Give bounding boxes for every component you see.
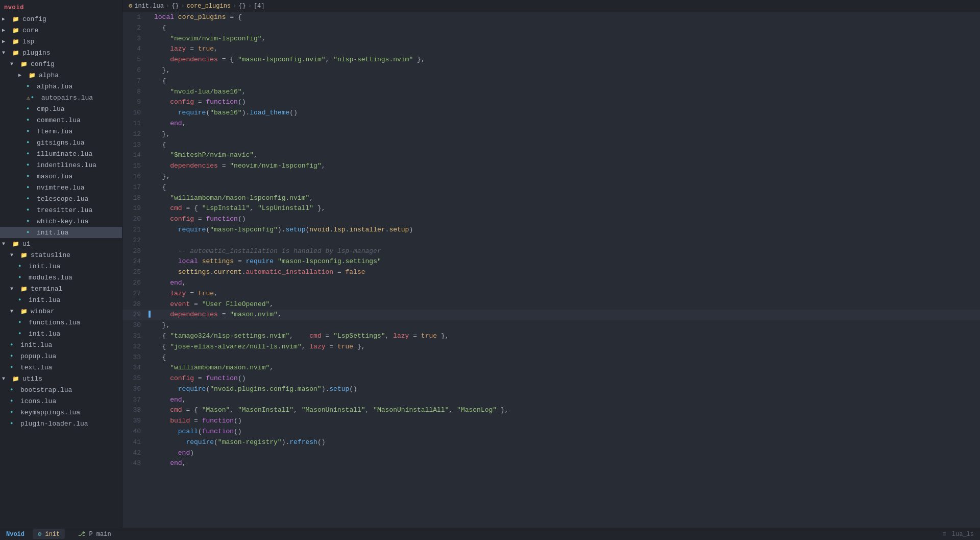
- sidebar-item-label: text.lua: [20, 364, 52, 371]
- line-number: 27: [122, 289, 147, 299]
- code-line: 3 "neovim/nvim-lspconfig",: [122, 34, 980, 44]
- sidebar-item-config[interactable]: ▶ 📁 config: [0, 13, 122, 25]
- code-line: 26 end,: [122, 278, 980, 289]
- file-icon: ●: [10, 352, 18, 360]
- sidebar-item-autopairs-lua[interactable]: ⚠ ● autopairs.lua: [0, 92, 122, 103]
- sidebar-item-terminal-init[interactable]: ● init.lua: [0, 294, 122, 306]
- file-icon: ●: [31, 93, 39, 102]
- warning-icon: ⚠: [27, 95, 30, 101]
- sidebar-item-winbar[interactable]: ▼ 📁 winbar: [0, 306, 122, 317]
- sidebar-item-which-key-lua[interactable]: ● which-key.lua: [0, 216, 122, 227]
- chevron-icon: ▼: [10, 285, 18, 293]
- sidebar-item-label: init.lua: [20, 341, 52, 349]
- code-line: 42 end): [122, 448, 980, 459]
- sidebar-item-mason-lua[interactable]: ● mason.lua: [0, 171, 122, 182]
- sidebar-item-label: winbar: [31, 308, 55, 315]
- sidebar-item-indentlines-lua[interactable]: ● indentlines.lua: [0, 159, 122, 171]
- file-icon: ●: [10, 419, 18, 428]
- sidebar-item-ui[interactable]: ▼ 📁 ui: [0, 238, 122, 249]
- file-icon: ●: [27, 183, 35, 192]
- code-line: 12 },: [122, 129, 980, 140]
- sidebar-item-init-lua[interactable]: ● init.lua: [0, 227, 122, 238]
- code-line: 4 lazy = true,: [122, 44, 980, 55]
- sidebar-item-label: init.lua: [37, 229, 68, 237]
- line-number: 4: [122, 44, 147, 55]
- sidebar-item-plugins-config[interactable]: ▼ 📁 config: [0, 58, 122, 69]
- sidebar-item-label: icons.lua: [20, 397, 56, 405]
- code-line: 34 "williamboman/mason.nvim",: [122, 363, 980, 373]
- sidebar-item-cmp-lua[interactable]: ● cmp.lua: [0, 103, 122, 114]
- sidebar-item-treesitter-lua[interactable]: ● treesitter.lua: [0, 204, 122, 216]
- folder-icon: 📁: [29, 71, 37, 79]
- folder-icon: 📁: [20, 60, 29, 68]
- sidebar-item-fterm-lua[interactable]: ● fterm.lua: [0, 126, 122, 137]
- main-tab-label: P main: [89, 531, 111, 538]
- line-number: 10: [122, 108, 147, 119]
- sidebar-item-statusline[interactable]: ▼ 📁 statusline: [0, 249, 122, 261]
- folder-icon: 📁: [12, 15, 20, 23]
- sidebar-item-winbar-functions[interactable]: ● functions.lua: [0, 317, 122, 328]
- breadcrumb-file-icon: ⚙: [129, 2, 132, 10]
- sidebar-item-winbar-init[interactable]: ● init.lua: [0, 328, 122, 339]
- code-editor[interactable]: 1 local core_plugins = { 2 { 3 "neovim/n…: [122, 12, 980, 528]
- code-line: 30 },: [122, 320, 980, 331]
- sidebar-item-alpha[interactable]: ▶ 📁 alpha: [0, 69, 122, 81]
- sidebar-item-label: config: [22, 15, 46, 23]
- chevron-icon: ▼: [2, 374, 10, 383]
- line-content: end): [154, 448, 980, 459]
- line-content: [154, 236, 980, 246]
- line-number: 14: [122, 150, 147, 161]
- sidebar-item-core[interactable]: ▶ 📁 core: [0, 25, 122, 36]
- sidebar-item-illuminate-lua[interactable]: ● illuminate.lua: [0, 148, 122, 159]
- breadcrumb-segment: {}: [238, 3, 246, 10]
- line-number: 40: [122, 427, 147, 437]
- sidebar-item-text-lua[interactable]: ● text.lua: [0, 362, 122, 373]
- sidebar-item-label: functions.lua: [29, 319, 80, 326]
- sidebar-item-label: ui: [22, 240, 31, 248]
- sidebar-item-alpha-lua[interactable]: ● alpha.lua: [0, 81, 122, 92]
- code-line: 32 { "jose-elias-alvarez/null-ls.nvim", …: [122, 342, 980, 353]
- code-line: 15 dependencies = "neovim/nvim-lspconfig…: [122, 161, 980, 172]
- line-content: "neovim/nvim-lspconfig",: [154, 34, 980, 44]
- line-content: { "jose-elias-alvarez/null-ls.nvim", laz…: [154, 342, 980, 353]
- sidebar-item-telescope-lua[interactable]: ● telescope.lua: [0, 193, 122, 204]
- sidebar-item-comment-lua[interactable]: ● comment.lua: [0, 114, 122, 126]
- line-number: 5: [122, 55, 147, 65]
- line-content: config = function(): [154, 214, 980, 225]
- file-icon: ●: [10, 397, 18, 405]
- chevron-icon: ▶: [18, 71, 27, 79]
- line-content: pcall(function(): [154, 427, 980, 437]
- sidebar-item-modules-lua[interactable]: ● modules.lua: [0, 272, 122, 283]
- file-icon: ●: [27, 206, 35, 214]
- line-content: end,: [154, 278, 980, 289]
- breadcrumb-segment: [4]: [254, 3, 265, 10]
- line-number: 7: [122, 76, 147, 87]
- sidebar-item-keymappings-lua[interactable]: ● keymappings.lua: [0, 407, 122, 418]
- sidebar-item-plugin-loader-lua[interactable]: ● plugin-loader.lua: [0, 418, 122, 429]
- sidebar-item-statusline-init[interactable]: ● init.lua: [0, 261, 122, 272]
- sidebar-item-utils[interactable]: ▼ 📁 utils: [0, 373, 122, 384]
- line-content: dependencies = { "mason-lspconfig.nvim",…: [154, 55, 980, 65]
- nvoid-status-label[interactable]: Nvoid: [6, 531, 24, 538]
- sidebar-item-label: comment.lua: [37, 116, 81, 124]
- main-tab[interactable]: ⎇ P main: [73, 529, 116, 539]
- line-number: 12: [122, 129, 147, 140]
- sidebar-item-label: core: [22, 27, 38, 34]
- sidebar-item-gitsigns-lua[interactable]: ● gitsigns.lua: [0, 137, 122, 148]
- line-number: 21: [122, 225, 147, 236]
- code-line: 6 },: [122, 65, 980, 76]
- line-content: },: [154, 320, 980, 331]
- line-number: 32: [122, 342, 147, 353]
- sidebar-item-lsp[interactable]: ▶ 📁 lsp: [0, 36, 122, 47]
- line-number: 18: [122, 193, 147, 204]
- init-tab[interactable]: ⚙ init: [33, 529, 65, 539]
- sidebar-item-popup-lua[interactable]: ● popup.lua: [0, 350, 122, 362]
- lsp-label: lua_ls: [952, 531, 974, 538]
- sidebar-item-icons-lua[interactable]: ● icons.lua: [0, 395, 122, 407]
- sidebar-item-bootstrap-lua[interactable]: ● bootstrap.lua: [0, 384, 122, 395]
- sidebar-item-ui-init[interactable]: ● init.lua: [0, 339, 122, 350]
- sidebar-item-terminal[interactable]: ▼ 📁 terminal: [0, 283, 122, 294]
- breadcrumb-sep: ›: [181, 3, 184, 10]
- sidebar-item-nvimtree-lua[interactable]: ● nvimtree.lua: [0, 182, 122, 193]
- sidebar-item-plugins[interactable]: ▼ 📁 plugins: [0, 47, 122, 58]
